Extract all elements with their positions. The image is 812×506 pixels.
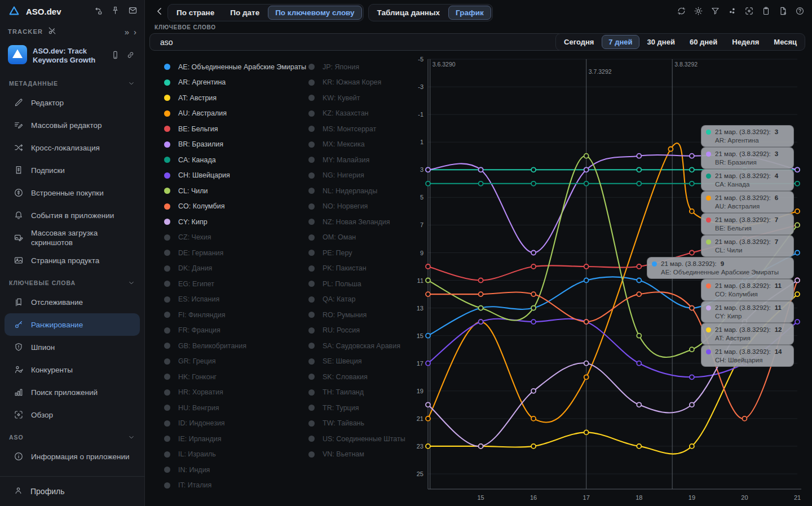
sidebar-item-key[interactable]: Ранжирование (5, 313, 140, 336)
legend-item-AR[interactable]: AR: Аргентина (164, 75, 308, 91)
legend-dot (308, 64, 315, 70)
sidebar-item-bell[interactable]: События в приложении (0, 204, 144, 227)
sidebar-item-dollar-circle[interactable]: Встроенные покупки (0, 181, 144, 204)
svg-text:9: 9 (420, 250, 423, 256)
section-header-0[interactable]: МЕТАДАННЫЕ (0, 72, 144, 91)
sidebar-item-bar-chart[interactable]: Поиск приложений (0, 381, 144, 403)
sidebar-item-spy-key[interactable]: Конкуренты (0, 358, 144, 381)
legend-item-DK[interactable]: DK: Дания (164, 261, 308, 277)
tracked-app-card[interactable]: ASO.dev: Track Keywords Growth (0, 41, 144, 72)
range-Сегодня[interactable]: Сегодня (557, 35, 601, 49)
sidebar-item-info[interactable]: Информация о приложении (0, 445, 144, 468)
legend-label: HK: Гонконг (178, 373, 217, 381)
profile-button[interactable]: Профиль (0, 476, 144, 506)
legend-item-GB[interactable]: GB: Великобритания (164, 338, 308, 354)
chevron-right-icon[interactable]: › (134, 28, 136, 36)
legend-item-AE[interactable]: AE: Объединенные Арабские Эмираты (164, 59, 308, 75)
refresh-icon[interactable] (677, 6, 686, 16)
rank-chart[interactable]: -5-3-11357911131517192123253.6.32903.7.3… (401, 54, 806, 505)
legend-item-BE[interactable]: BE: Бельгия (164, 121, 308, 137)
range-60 дней[interactable]: 60 дней (683, 35, 724, 49)
legend-item-CO[interactable]: CO: Колумбия (164, 199, 308, 215)
pin-icon[interactable] (111, 6, 120, 17)
range-Неделя[interactable]: Неделя (725, 35, 766, 49)
sidebar-item-shuffle[interactable]: Кросс-локализация (0, 136, 144, 159)
back-button[interactable] (154, 6, 165, 19)
legend-item-CL[interactable]: CL: Чили (164, 183, 308, 199)
legend-item-CY[interactable]: CY: Кипр (164, 214, 308, 230)
legend-item-EG[interactable]: EG: Египет (164, 276, 308, 292)
legend-item-ID[interactable]: ID: Индонезия (164, 416, 308, 432)
clipboard-icon[interactable] (761, 6, 771, 16)
sidebar-item-scan[interactable]: Обзор (0, 403, 144, 426)
legend-item-FI[interactable]: FI: Финляндия (164, 307, 308, 323)
flow-icon[interactable] (93, 6, 103, 17)
legend-dot (164, 250, 170, 256)
svg-text:17: 17 (417, 360, 423, 367)
legend-label: SA: Саудовская Аравия (323, 342, 400, 350)
legend-dot (164, 296, 170, 303)
legend-label: AE: Объединенные Арабские Эмираты (178, 63, 306, 71)
sidebar-item-image[interactable]: Страница продукта (0, 249, 144, 272)
range-30 дней[interactable]: 30 дней (641, 35, 682, 49)
svg-text:15: 15 (417, 332, 423, 339)
legend-item-IL[interactable]: IL: Израиль (164, 447, 308, 463)
range-Месяц[interactable]: Месяц (767, 35, 804, 49)
sidebar-item-shield[interactable]: Шпион (0, 336, 144, 358)
sidebar-item-bookmarks[interactable]: Отслеживание (0, 291, 144, 313)
legend-item-HR[interactable]: HR: Хорватия (164, 385, 308, 401)
phone-icon[interactable] (111, 50, 120, 62)
legend-item-AT[interactable]: AT: Австрия (164, 90, 308, 106)
sidebar-header: ASO.dev (0, 0, 144, 23)
tab-По дате[interactable]: По дате (223, 6, 267, 20)
section-header-1[interactable]: КЛЮЧЕВЫЕ СЛОВА (0, 272, 144, 291)
scan-icon[interactable] (744, 6, 754, 16)
apps-icon[interactable] (727, 6, 737, 16)
legend-dot (164, 327, 170, 334)
svg-text:1: 1 (420, 139, 423, 145)
tab-По стране[interactable]: По стране (169, 6, 222, 20)
sidebar-item-label: Ранжирование (31, 320, 83, 330)
doc-add-icon[interactable] (778, 6, 788, 16)
svg-text:7: 7 (420, 221, 423, 228)
legend-item-BR[interactable]: BR: Бразилия (164, 137, 308, 153)
collapse-all-icon[interactable]: » (125, 28, 129, 36)
sidebar-item-image-edit[interactable]: Массовая загрузка скриншотов (0, 227, 144, 249)
svg-text:13: 13 (417, 305, 423, 312)
legend-item-CH[interactable]: CH: Швейцария (164, 168, 308, 184)
sidebar-item-label: Конкуренты (31, 365, 73, 375)
section-header-2[interactable]: ASO (0, 426, 144, 445)
legend-item-ES[interactable]: ES: Испания (164, 292, 308, 308)
sidebar-item-receipt[interactable]: Подписки (0, 159, 144, 181)
bookmarks-icon (14, 297, 24, 307)
legend-item-DE[interactable]: DE: Германия (164, 245, 308, 261)
tab-График[interactable]: График (448, 6, 491, 20)
keyword-select[interactable]: aso (149, 33, 616, 51)
link-icon[interactable] (126, 50, 135, 62)
legend-item-CA[interactable]: CA: Канада (164, 152, 308, 168)
legend-item-GR[interactable]: GR: Греция (164, 354, 308, 370)
sidebar-item-pencil[interactable]: Редактор (0, 91, 144, 114)
gear-icon[interactable] (694, 6, 703, 16)
tab-По ключевому слову[interactable]: По ключевому слову (268, 6, 361, 20)
sidebar-item-bulk-edit[interactable]: Массовый редактор (0, 114, 144, 136)
legend-dot (308, 126, 315, 132)
tab-Таблица данных[interactable]: Таблица данных (370, 6, 447, 20)
legend-item-IE[interactable]: IE: Ирландия (164, 431, 308, 447)
legend-dot (164, 420, 170, 427)
legend-item-HK[interactable]: HK: Гонконг (164, 369, 308, 385)
legend-item-AU[interactable]: AU: Австралия (164, 106, 308, 122)
legend-item-IT[interactable]: IT: Италия (164, 478, 308, 494)
pencil-icon (14, 97, 24, 108)
person-icon (14, 486, 23, 497)
mail-icon[interactable] (128, 6, 138, 17)
legend-item-IN[interactable]: IN: Индия (164, 462, 308, 478)
range-7 дней[interactable]: 7 дней (602, 35, 639, 49)
help-icon[interactable] (795, 6, 805, 16)
legend-dot (164, 467, 170, 473)
legend-item-HU[interactable]: HU: Венгрия (164, 400, 308, 416)
funnel-icon[interactable] (710, 6, 720, 16)
legend-item-FR[interactable]: FR: Франция (164, 323, 308, 339)
legend-item-CZ[interactable]: CZ: Чехия (164, 230, 308, 246)
legend-label: PK: Пакистан (323, 264, 367, 272)
